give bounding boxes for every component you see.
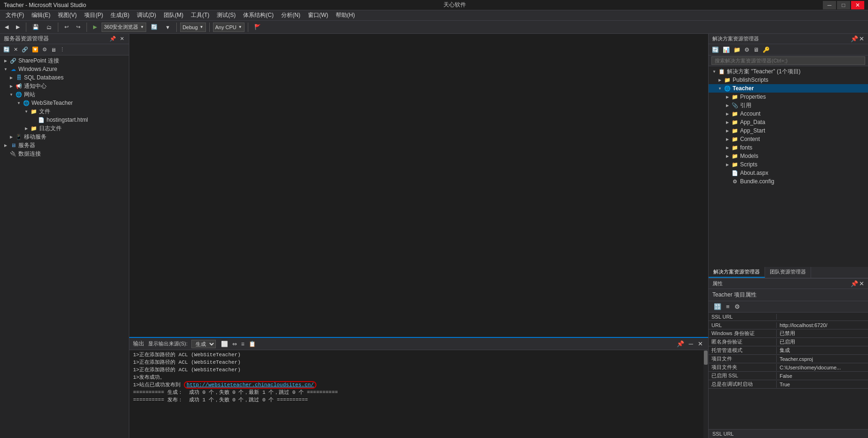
menu-analysis[interactable]: 分析(N) [277, 10, 304, 20]
props-pin-btn[interactable]: 📌 [851, 280, 858, 287]
tree-servers[interactable]: ▶ 🖥 服务器 [0, 141, 129, 149]
tab-team-explorer[interactable]: 团队资源管理器 [765, 267, 811, 278]
toolbar-run[interactable]: ▶ [90, 23, 100, 31]
tree-dataconnection[interactable]: ▶ 🔌 数据连接 [0, 149, 129, 158]
close-button[interactable]: ✕ [851, 1, 864, 9]
server-explorer-stop[interactable]: ✕ [12, 46, 19, 53]
output-filter-btn[interactable]: ≡ [240, 340, 246, 348]
output-close-btn[interactable]: ✕ [696, 340, 704, 347]
server-explorer-desktop[interactable]: 🖥 [49, 47, 57, 53]
tree-logs[interactable]: ▶ 📁 日志文件 [0, 124, 129, 133]
tree-models[interactable]: ▶ 📁 Models [709, 152, 868, 160]
server-explorer-tree: ▶ 🔗 SharePoint 连接 ▼ ☁ Windows Azure ▶ 🗄 … [0, 55, 129, 438]
menu-tools[interactable]: 工具(T) [187, 10, 213, 20]
platform-dropdown[interactable]: Any CPU ▼ [213, 23, 245, 32]
server-explorer-props[interactable]: ⚙ [41, 46, 48, 53]
maximize-button[interactable]: □ [837, 1, 850, 9]
output-clear-btn[interactable]: ⬜ [220, 340, 229, 348]
tree-about-aspx[interactable]: ▶ 📄 About.aspx [709, 169, 868, 177]
menu-debug[interactable]: 调试(D) [133, 10, 160, 20]
config-dropdown[interactable]: Debug ▼ [180, 23, 205, 32]
menu-project[interactable]: 项目(P) [80, 10, 107, 20]
tree-account[interactable]: ▶ 📁 Account [709, 110, 868, 118]
se-toolbar-btn5[interactable]: 🖥 [752, 46, 760, 54]
props-key: 项目文件夹 [709, 364, 777, 371]
menu-file[interactable]: 文件(F) [2, 10, 28, 20]
tab-solution-explorer[interactable]: 解决方案资源管理器 [709, 267, 765, 278]
tree-appstart[interactable]: ▶ 📁 App_Start [709, 126, 868, 135]
tree-solution-root[interactable]: ▼ 📋 解决方案 "Teacher" (1个项目) [709, 67, 868, 76]
props-close-btn[interactable]: ✕ [859, 280, 864, 287]
tree-fonts[interactable]: ▶ 📁 fonts [709, 143, 868, 152]
config-icon: ⚙ [731, 178, 739, 185]
tree-references[interactable]: ▶ 📎 引用 [709, 101, 868, 110]
tree-hostingstart[interactable]: ▶ 📄 hostingstart.html [0, 116, 129, 124]
editor-area [129, 34, 708, 337]
server-explorer-close[interactable]: ✕ [119, 36, 125, 42]
se-close-btn[interactable]: ✕ [859, 35, 864, 42]
menu-build[interactable]: 生成(B) [107, 10, 133, 20]
tree-publishscripts[interactable]: ▶ 📁 PublishScripts [709, 76, 868, 84]
se-pin-btn[interactable]: 📌 [851, 35, 858, 42]
server-explorer-more[interactable]: ⋮ [58, 46, 66, 53]
toolbar-flag[interactable]: 🚩 [252, 23, 264, 31]
minimize-button[interactable]: ─ [823, 1, 836, 9]
toolbar-save[interactable]: 💾 [30, 23, 42, 31]
toolbar-browser-dropdown[interactable]: 360安全浏览器 ▼ [102, 23, 146, 32]
output-scrollbar[interactable] [703, 350, 708, 438]
toolbar-save-all[interactable]: 🗂 [44, 23, 55, 31]
se-toolbar-btn3[interactable]: 📁 [732, 46, 742, 54]
tree-scripts[interactable]: ▶ 📁 Scripts [709, 160, 868, 169]
tree-sharepoint[interactable]: ▶ 🔗 SharePoint 连接 [0, 56, 129, 65]
output-pin-btn[interactable]: 📌 [675, 340, 686, 347]
toolbar-back[interactable]: ◀ [2, 23, 11, 31]
toolbar-undo[interactable]: ↩ [62, 23, 71, 31]
tree-mobile[interactable]: ▶ 📱 移动服务 [0, 133, 129, 141]
toolbar-forward[interactable]: ▶ [13, 23, 23, 31]
tree-files[interactable]: ▼ 📁 文件 [0, 107, 129, 116]
props-category-btn[interactable]: ≡ [725, 303, 731, 311]
props-toolbar: 🔡 ≡ ⚙ [709, 301, 868, 313]
menu-architecture[interactable]: 体系结构(C) [239, 10, 277, 20]
server-explorer-refresh[interactable]: 🔄 [2, 46, 11, 53]
menu-test[interactable]: 测试(S) [213, 10, 239, 20]
server-explorer-pin[interactable]: 📌 [109, 36, 117, 42]
props-sort-btn[interactable]: 🔡 [712, 303, 723, 311]
server-explorer-connect[interactable]: 🔗 [20, 46, 30, 53]
se-toolbar-btn1[interactable]: 🔄 [710, 46, 720, 54]
toolbar-dropdown-arrow[interactable]: ▼ [162, 23, 173, 31]
menu-help[interactable]: 帮助(H) [332, 10, 359, 20]
menu-edit[interactable]: 编辑(E) [28, 10, 54, 20]
props-row-projectfile: 项目文件 Teacher.csproj [709, 355, 868, 363]
props-settings-btn[interactable]: ⚙ [733, 303, 742, 311]
menu-view[interactable]: 视图(V) [54, 10, 80, 20]
toolbar-refresh[interactable]: 🔄 [148, 23, 160, 31]
tree-azure[interactable]: ▼ ☁ Windows Azure [0, 65, 129, 73]
tree-website-group[interactable]: ▼ 🌐 网站 [0, 90, 129, 99]
output-copy-btn[interactable]: 📋 [247, 340, 257, 348]
tree-content[interactable]: ▶ 📁 Content [709, 135, 868, 143]
tree-teacher-project[interactable]: ▼ 🌐 Teacher [709, 84, 868, 93]
tree-sql[interactable]: ▶ 🗄 SQL Databases [0, 73, 129, 82]
publish-url-link[interactable]: http://websiteteacher.chinacloudsites.cn… [187, 382, 314, 388]
tree-notification[interactable]: ▶ 📢 通知中心 [0, 82, 129, 90]
output-source-select[interactable]: 生成 [191, 340, 216, 348]
tree-websiteteacher[interactable]: ▼ 🌐 WebSiteTeacher [0, 99, 129, 107]
tree-label: PublishScripts [733, 77, 768, 83]
output-wrap-btn[interactable]: ⇔ [231, 340, 238, 348]
output-panel: 输出 显示输出来源(S): 生成 ⬜ ⇔ ≡ 📋 📌 ─ ✕ [129, 337, 708, 438]
toolbar-redo[interactable]: ↪ [73, 23, 83, 31]
menu-window[interactable]: 窗口(W) [304, 10, 332, 20]
se-toolbar-btn4[interactable]: ⚙ [743, 46, 751, 54]
tree-appdata[interactable]: ▶ 📁 App_Data [709, 118, 868, 126]
server-explorer-filter[interactable]: 🔽 [31, 46, 40, 53]
output-line-3: 1>正在添加路径的 ACL (WebSiteTeacher) [133, 366, 700, 374]
solution-search-input[interactable] [711, 56, 865, 65]
mobile-icon: 📱 [15, 133, 23, 141]
tree-properties[interactable]: ▶ 📁 Properties [709, 93, 868, 101]
menu-team[interactable]: 团队(M) [160, 10, 187, 20]
se-toolbar-btn2[interactable]: 📊 [721, 46, 731, 54]
tree-bundle-config[interactable]: ▶ ⚙ Bundle.config [709, 177, 868, 186]
se-toolbar-btn6[interactable]: 🔑 [761, 46, 771, 54]
output-minimize-btn[interactable]: ─ [687, 340, 694, 347]
